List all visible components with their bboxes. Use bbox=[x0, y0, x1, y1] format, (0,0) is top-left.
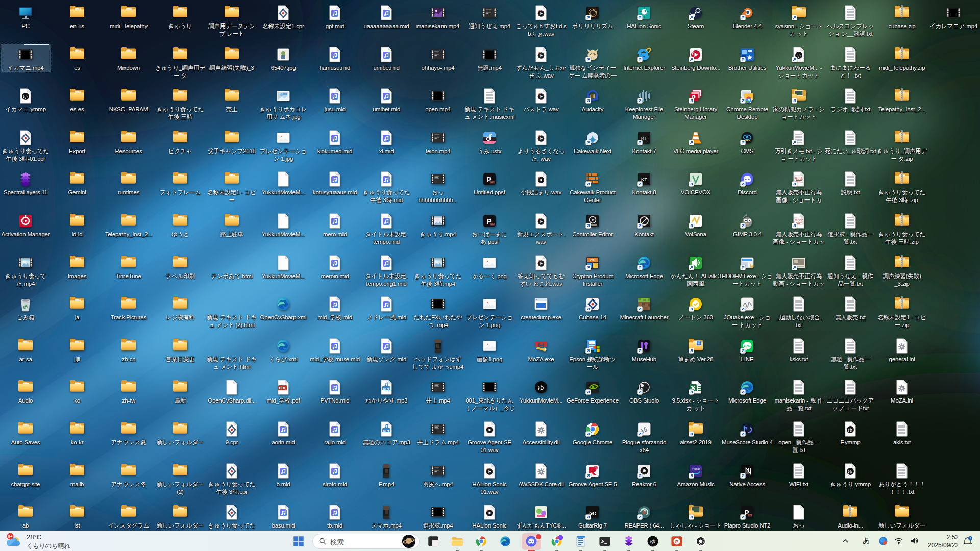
svg-text:2: 2 bbox=[969, 537, 971, 540]
svg-text:9+: 9+ bbox=[8, 534, 13, 539]
svg-text:ゆ: ゆ bbox=[650, 538, 656, 544]
svg-text:P: P bbox=[675, 539, 679, 544]
